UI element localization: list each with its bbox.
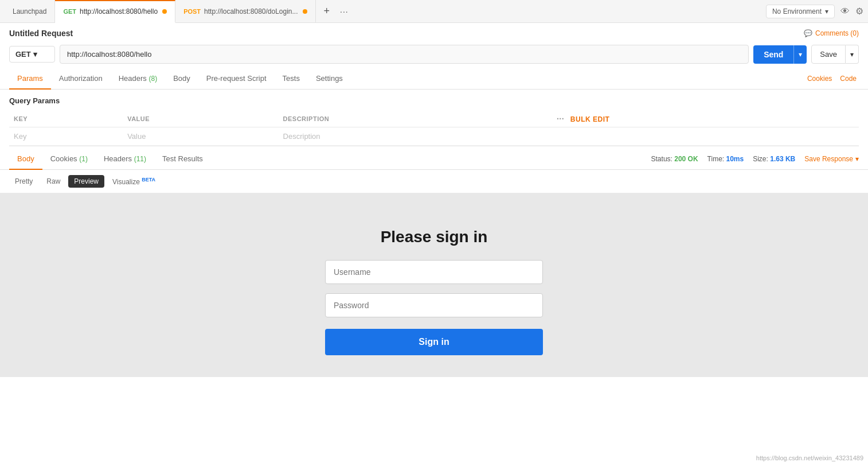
format-tab-raw[interactable]: Raw <box>41 175 66 188</box>
req-tab-right: Cookies Code <box>805 69 859 88</box>
url-input[interactable] <box>60 45 749 64</box>
body-tab-label: Body <box>173 74 190 83</box>
method-value: GET <box>15 50 31 59</box>
params-tab-label: Params <box>17 74 43 83</box>
actions-column-header: ··· Bulk Edit <box>552 111 859 127</box>
save-button[interactable]: Save <box>811 45 846 64</box>
sign-in-button[interactable]: Sign in <box>325 329 543 355</box>
settings-tab-label: Settings <box>316 74 343 83</box>
tab-headers[interactable]: Headers (8) <box>111 68 165 90</box>
send-button[interactable]: Send <box>753 45 793 64</box>
resp-body-tab-label: Body <box>17 154 34 163</box>
password-input[interactable] <box>325 293 543 317</box>
resp-tab-headers[interactable]: Headers (11) <box>96 149 154 170</box>
size-label: Size: 1.63 KB <box>753 155 795 163</box>
value-cell: Value <box>123 127 278 146</box>
resp-tab-test-results[interactable]: Test Results <box>154 149 211 170</box>
env-chevron-icon: ▾ <box>825 7 828 15</box>
status-label: Status: 200 OK <box>651 155 698 163</box>
tab-tests[interactable]: Tests <box>275 68 308 90</box>
save-response-chevron-icon: ▾ <box>855 155 859 163</box>
tab-launchpad[interactable]: Launchpad <box>5 0 55 23</box>
launchpad-tab-label: Launchpad <box>13 7 46 15</box>
headers-badge: (8) <box>148 75 157 83</box>
more-tabs-button[interactable]: ··· <box>338 7 351 16</box>
send-dropdown-button[interactable]: ▾ <box>793 45 807 64</box>
bulk-edit-link[interactable]: Bulk Edit <box>570 115 610 123</box>
format-tab-preview[interactable]: Preview <box>68 175 104 188</box>
time-value: 10ms <box>726 155 744 163</box>
tab-bar: Launchpad GET http://localhost:8080/hell… <box>0 0 868 23</box>
params-table: KEY VALUE DESCRIPTION ··· Bulk Edit Key … <box>9 111 859 146</box>
sign-in-title: Please sign in <box>381 228 488 246</box>
post-tab-dot <box>303 9 307 14</box>
eye-icon[interactable]: 👁 <box>840 6 850 17</box>
format-tab-visualize[interactable]: Visualize BETA <box>107 174 161 188</box>
get-method-label: GET <box>63 8 76 15</box>
key-cell: Key <box>9 127 123 146</box>
environment-dropdown[interactable]: No Environment ▾ <box>766 5 835 18</box>
table-row: Key Value Description <box>9 127 859 146</box>
tab-get-hello[interactable]: GET http://localhost:8080/hello <box>55 0 175 23</box>
url-bar: GET ▾ Send ▾ Save ▾ <box>0 40 868 68</box>
tab-actions: + ··· <box>320 5 351 17</box>
description-column-header: DESCRIPTION <box>279 111 552 127</box>
resp-tab-body[interactable]: Body <box>9 149 42 170</box>
divider <box>9 146 859 146</box>
save-response-button[interactable]: Save Response ▾ <box>804 155 859 163</box>
tab-settings[interactable]: Settings <box>308 68 351 90</box>
resp-test-results-tab-label: Test Results <box>162 154 203 163</box>
tests-tab-label: Tests <box>283 74 300 83</box>
env-label: No Environment <box>772 7 822 15</box>
get-tab-dot <box>162 9 167 14</box>
time-label: Time: 10ms <box>707 155 744 163</box>
authorization-tab-label: Authorization <box>59 74 103 83</box>
query-params-section: Query Params KEY VALUE DESCRIPTION ··· B… <box>0 90 868 146</box>
save-group: Save ▾ <box>811 45 859 64</box>
query-params-title: Query Params <box>9 96 859 105</box>
gear-icon[interactable]: ⚙ <box>855 6 863 17</box>
resp-headers-tab-label: Headers <box>104 154 132 163</box>
post-tab-url: http://localhost:8080/doLogin... <box>204 7 298 15</box>
status-value: 200 OK <box>674 155 698 163</box>
method-select[interactable]: GET ▾ <box>9 46 55 63</box>
resp-tab-cookies[interactable]: Cookies (1) <box>42 149 96 170</box>
cookies-response-badge: (1) <box>79 155 88 163</box>
method-chevron-icon: ▾ <box>33 50 37 59</box>
post-method-label: POST <box>183 8 201 15</box>
get-tab-url: http://localhost:8080/hello <box>80 7 158 15</box>
description-cell: Description <box>279 127 552 146</box>
watermark: https://blog.csdn.net/weixin_43231489 <box>756 455 863 461</box>
pretty-tab-label: Pretty <box>15 177 33 185</box>
add-tab-button[interactable]: + <box>320 5 334 17</box>
comments-link[interactable]: 💬 Comments (0) <box>804 29 859 37</box>
tab-params[interactable]: Params <box>9 68 51 90</box>
resp-cookies-tab-label: Cookies <box>50 154 77 163</box>
params-table-header: KEY VALUE DESCRIPTION ··· Bulk Edit <box>9 111 859 127</box>
size-value: 1.63 KB <box>770 155 795 163</box>
username-input[interactable] <box>325 260 543 284</box>
save-dropdown-button[interactable]: ▾ <box>846 45 859 64</box>
response-status: Status: 200 OK Time: 10ms Size: 1.63 KB … <box>651 155 859 163</box>
sign-in-card: Please sign in Sign in <box>325 228 543 355</box>
headers-tab-label: Headers <box>119 74 147 83</box>
tab-prerequest[interactable]: Pre-request Script <box>198 68 275 90</box>
comments-label: Comments (0) <box>815 29 859 37</box>
request-tabs: Params Authorization Headers (8) Body Pr… <box>0 68 868 90</box>
tab-actions-right: No Environment ▾ 👁 ⚙ <box>766 5 863 18</box>
tab-body[interactable]: Body <box>165 68 198 90</box>
preview-tab-label: Preview <box>74 177 99 185</box>
row-actions-cell <box>552 127 859 146</box>
cookies-link[interactable]: Cookies <box>805 69 834 88</box>
tab-post-dologin[interactable]: POST http://localhost:8080/doLogin... <box>175 0 315 23</box>
request-title-bar: Untitled Request 💬 Comments (0) <box>0 23 868 40</box>
tab-authorization[interactable]: Authorization <box>51 68 111 90</box>
headers-response-badge: (11) <box>134 155 146 163</box>
code-link[interactable]: Code <box>838 69 859 88</box>
column-dots-icon[interactable]: ··· <box>557 114 564 123</box>
request-title: Untitled Request <box>9 29 73 38</box>
raw-tab-label: Raw <box>46 177 60 185</box>
value-column-header: VALUE <box>123 111 278 127</box>
preview-area: Please sign in Sign in <box>0 193 868 377</box>
format-tab-pretty[interactable]: Pretty <box>9 175 38 188</box>
